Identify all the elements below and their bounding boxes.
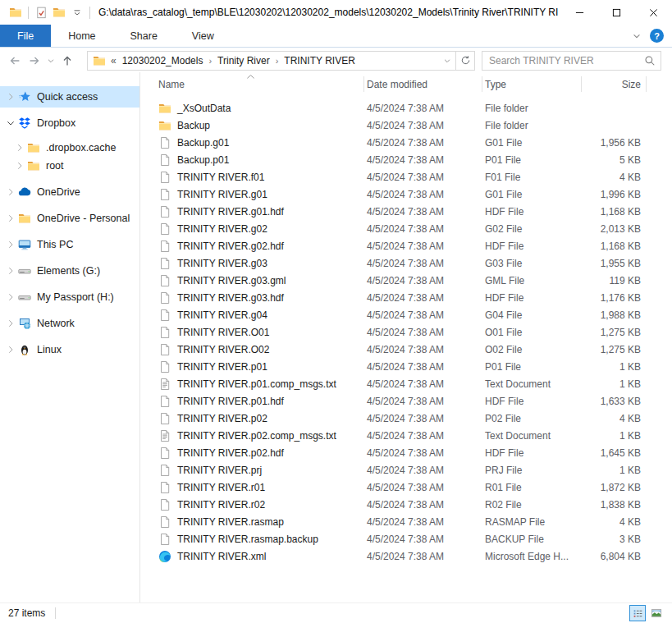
chevron-right-icon[interactable] bbox=[3, 291, 17, 303]
breadcrumb-separator[interactable]: › bbox=[207, 56, 213, 66]
tab-view[interactable]: View bbox=[175, 25, 231, 47]
file-row[interactable]: TRINITY RIVER.g034/5/2024 7:38 AMG03 Fil… bbox=[140, 254, 672, 272]
sidebar-item-my-passport-h[interactable]: My Passport (H:) bbox=[0, 286, 139, 308]
tab-share[interactable]: Share bbox=[113, 25, 175, 47]
sidebar-item-this-pc[interactable]: This PC bbox=[0, 234, 139, 255]
file-row[interactable]: TRINITY RIVER.rasmap4/5/2024 7:38 AMRASM… bbox=[140, 513, 672, 530]
address-dropdown-chevron-icon[interactable] bbox=[439, 52, 455, 70]
column-header-size[interactable]: Size bbox=[581, 72, 646, 95]
chevron-right-icon[interactable] bbox=[3, 91, 17, 103]
file-row[interactable]: TRINITY RIVER.g02.hdf4/5/2024 7:38 AMHDF… bbox=[140, 237, 672, 254]
large-icons-view-button[interactable] bbox=[648, 605, 665, 621]
chevron-right-icon[interactable] bbox=[12, 160, 26, 172]
file-row[interactable]: TRINITY RIVER.p02.hdf4/5/2024 7:38 AMHDF… bbox=[140, 444, 672, 461]
file-row[interactable]: TRINITY RIVER.g03.gml4/5/2024 7:38 AMGML… bbox=[140, 272, 672, 289]
new-folder-icon[interactable] bbox=[52, 5, 66, 20]
sidebar-item-root[interactable]: root bbox=[0, 157, 139, 175]
breadcrumb-item-trinity-river[interactable]: TRINITY RIVER bbox=[280, 55, 359, 66]
breadcrumb-item-trinity-river[interactable]: Trinity River bbox=[213, 55, 274, 66]
file-row[interactable]: TRINITY RIVER.rasmap.backup4/5/2024 7:38… bbox=[140, 530, 672, 547]
file-size: 1 KB bbox=[581, 361, 646, 373]
recent-locations-chevron-icon[interactable] bbox=[44, 51, 57, 71]
file-row[interactable]: TRINITY RIVER.p01.hdf4/5/2024 7:38 AMHDF… bbox=[140, 392, 672, 410]
file-name-cell: TRINITY RIVER.O02 bbox=[140, 343, 363, 356]
chevron-right-icon[interactable] bbox=[3, 213, 17, 224]
sidebar-item-network[interactable]: Network bbox=[0, 313, 139, 334]
chevron-down-icon[interactable] bbox=[3, 117, 17, 129]
search-icon[interactable] bbox=[644, 55, 656, 66]
file-row[interactable]: TRINITY RIVER.O024/5/2024 7:38 AMO02 Fil… bbox=[140, 341, 672, 358]
file-row[interactable]: _XsOutData4/5/2024 7:38 AMFile folder bbox=[140, 99, 672, 117]
file-row[interactable]: TRINITY RIVER.r024/5/2024 7:38 AMR02 Fil… bbox=[140, 496, 672, 513]
file-row[interactable]: Backup4/5/2024 7:38 AMFile folder bbox=[140, 117, 672, 134]
file-row[interactable]: TRINITY RIVER.p024/5/2024 7:38 AMP02 Fil… bbox=[140, 410, 672, 427]
file-row[interactable]: TRINITY RIVER.g03.hdf4/5/2024 7:38 AMHDF… bbox=[140, 289, 672, 306]
file-row[interactable]: Backup.p014/5/2024 7:38 AMP01 File5 KB bbox=[140, 151, 672, 168]
forward-button[interactable] bbox=[25, 51, 44, 71]
file-row[interactable]: TRINITY RIVER.prj4/5/2024 7:38 AMPRJ Fil… bbox=[140, 461, 672, 479]
file-date-modified: 4/5/2024 7:38 AM bbox=[363, 430, 482, 442]
refresh-icon[interactable] bbox=[456, 52, 474, 70]
file-size: 1,956 KB bbox=[581, 137, 646, 149]
file-row[interactable]: TRINITY RIVER.r014/5/2024 7:38 AMR01 Fil… bbox=[140, 479, 672, 496]
sort-ascending-caret-icon[interactable] bbox=[246, 74, 255, 80]
properties-check-icon[interactable] bbox=[34, 5, 48, 20]
chevron-right-icon[interactable] bbox=[3, 239, 17, 250]
file-row[interactable]: TRINITY RIVER.p01.comp_msgs.txt4/5/2024 … bbox=[140, 375, 672, 392]
up-button[interactable] bbox=[57, 51, 77, 71]
column-divider[interactable] bbox=[646, 76, 647, 92]
details-view-button[interactable] bbox=[629, 605, 646, 621]
sidebar-item-onedrive[interactable]: OneDrive bbox=[0, 181, 139, 203]
search-input[interactable] bbox=[487, 54, 644, 67]
file-date-modified: 4/5/2024 7:38 AM bbox=[363, 172, 482, 183]
search-box[interactable] bbox=[482, 51, 661, 71]
file-row[interactable]: TRINITY RIVER.f014/5/2024 7:38 AMF01 Fil… bbox=[140, 168, 672, 186]
file-row[interactable]: TRINITY RIVER.g024/5/2024 7:38 AMG02 Fil… bbox=[140, 220, 672, 237]
tab-home[interactable]: Home bbox=[51, 25, 112, 47]
maximize-button[interactable] bbox=[598, 0, 635, 25]
chevron-right-icon[interactable] bbox=[3, 265, 17, 277]
file-name-cell: TRINITY RIVER.p02.comp_msgs.txt bbox=[140, 429, 363, 442]
file-row[interactable]: TRINITY RIVER.g014/5/2024 7:38 AMG01 Fil… bbox=[140, 186, 672, 203]
sidebar-item-linux[interactable]: Linux bbox=[0, 339, 139, 360]
file-icon bbox=[158, 309, 171, 322]
chevron-right-icon[interactable] bbox=[3, 318, 17, 329]
minimize-button[interactable] bbox=[561, 0, 598, 25]
column-header-date-modified[interactable]: Date modified bbox=[363, 72, 482, 95]
chevron-right-icon[interactable] bbox=[12, 142, 26, 153]
column-header-type[interactable]: Type bbox=[482, 72, 581, 95]
file-row[interactable]: TRINITY RIVER.p02.comp_msgs.txt4/5/2024 … bbox=[140, 427, 672, 444]
file-type: HDF File bbox=[482, 396, 581, 407]
sidebar-item-elements-g[interactable]: Elements (G:) bbox=[0, 260, 139, 282]
column-divider[interactable] bbox=[363, 76, 364, 92]
chevron-right-icon[interactable] bbox=[3, 186, 17, 198]
file-icon bbox=[158, 533, 171, 546]
back-button[interactable] bbox=[5, 51, 25, 71]
close-button[interactable] bbox=[635, 0, 672, 25]
sidebar-item-dropbox-cache[interactable]: .dropbox.cache bbox=[0, 139, 139, 157]
sidebar-item-onedrive-personal[interactable]: OneDrive - Personal bbox=[0, 208, 139, 229]
file-row[interactable]: TRINITY RIVER.g044/5/2024 7:38 AMG04 Fil… bbox=[140, 306, 672, 323]
file-size: 1,838 KB bbox=[581, 499, 646, 511]
column-divider[interactable] bbox=[482, 76, 482, 92]
address-bar[interactable]: « 12030202_Models›Trinity River›TRINITY … bbox=[87, 51, 475, 71]
chevron-right-icon[interactable] bbox=[3, 344, 17, 355]
breadcrumb-overflow[interactable]: « bbox=[111, 55, 117, 66]
file-row[interactable]: TRINITY RIVER.O014/5/2024 7:38 AMO01 Fil… bbox=[140, 323, 672, 341]
titlebar: G:\data\ras_catalog\_temp\BLE\12030202\1… bbox=[0, 0, 672, 25]
breadcrumb-item-12030202-models[interactable]: 12030202_Models bbox=[118, 55, 208, 66]
breadcrumb-separator[interactable]: › bbox=[274, 56, 281, 66]
file-row[interactable]: TRINITY RIVER.xml4/5/2024 7:38 AMMicroso… bbox=[140, 547, 672, 565]
file-row[interactable]: TRINITY RIVER.g01.hdf4/5/2024 7:38 AMHDF… bbox=[140, 203, 672, 220]
expand-ribbon-chevron-icon[interactable] bbox=[632, 31, 642, 41]
sidebar-item-quick-access[interactable]: Quick access bbox=[0, 86, 139, 108]
customize-quick-access-toolbar-icon[interactable] bbox=[70, 5, 85, 20]
column-divider[interactable] bbox=[581, 76, 582, 92]
sidebar-item-dropbox[interactable]: Dropbox bbox=[0, 112, 139, 134]
file-row[interactable]: Backup.g014/5/2024 7:38 AMG01 File1,956 … bbox=[140, 134, 672, 151]
tab-file[interactable]: File bbox=[0, 25, 51, 47]
help-button[interactable]: ? bbox=[650, 29, 664, 43]
file-name-cell: TRINITY RIVER.xml bbox=[140, 550, 363, 563]
file-name-cell: TRINITY RIVER.g03.hdf bbox=[140, 291, 363, 305]
file-row[interactable]: TRINITY RIVER.p014/5/2024 7:38 AMP01 Fil… bbox=[140, 358, 672, 375]
